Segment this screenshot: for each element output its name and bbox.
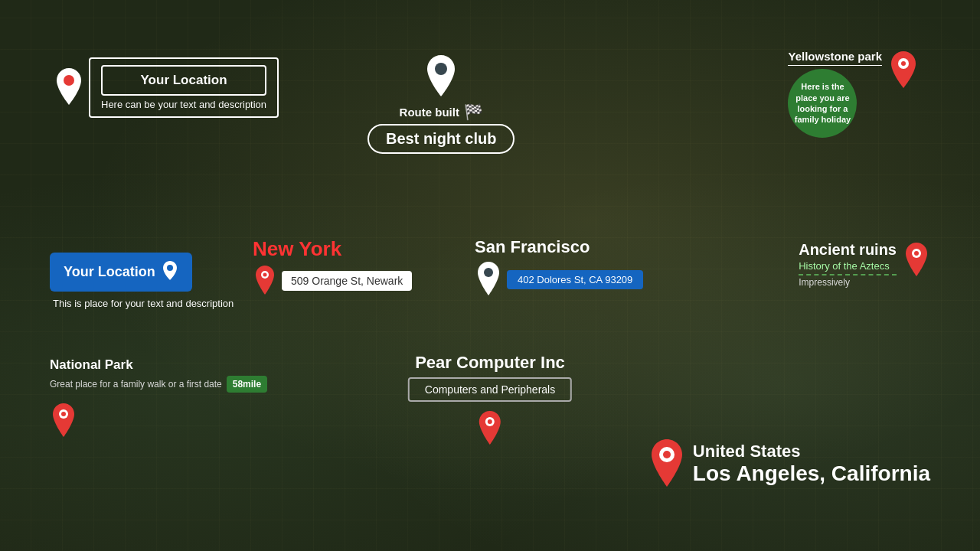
your-location-top-desc: Here can be your text and description bbox=[101, 99, 266, 110]
svg-point-6 bbox=[263, 273, 267, 277]
svg-point-1 bbox=[435, 63, 447, 75]
svg-point-11 bbox=[61, 412, 66, 416]
pin-icon-pear bbox=[476, 409, 504, 448]
route-built-label: Route built 🏁 bbox=[400, 103, 483, 121]
nightclub-badge: Best night club bbox=[368, 124, 514, 154]
route-icon: 🏁 bbox=[464, 103, 483, 121]
san-francisco-address: 402 Dolores St, CA 93209 bbox=[507, 270, 643, 289]
ancient-sub2: Impressively bbox=[799, 277, 897, 288]
svg-point-4 bbox=[167, 265, 173, 271]
yellowstone-circle: Here is the place you are looking for a … bbox=[788, 69, 857, 138]
svg-point-7 bbox=[484, 268, 493, 277]
la-info: United States Los Angeles, California bbox=[693, 442, 930, 486]
new-york-marker: New York 509 Orange St, Newark bbox=[253, 237, 412, 298]
your-location-top-box: Your Location Here can be your text and … bbox=[89, 57, 279, 118]
location-pin-icon-mid bbox=[162, 260, 178, 284]
your-location-top-title: Your Location bbox=[101, 65, 266, 96]
svg-point-13 bbox=[488, 419, 492, 424]
nightclub-marker: Route built 🏁 Best night club bbox=[368, 54, 514, 154]
ancient-title: Ancient ruins bbox=[799, 241, 897, 259]
your-location-mid-btn[interactable]: Your Location bbox=[50, 253, 192, 292]
route-built-text: Route built bbox=[400, 106, 459, 119]
your-location-mid-label: Your Location bbox=[64, 264, 155, 280]
svg-point-3 bbox=[901, 61, 906, 66]
svg-point-0 bbox=[64, 75, 74, 86]
national-park-title: National Park bbox=[50, 357, 133, 373]
yellowstone-info: Yellowstone park Here is the place you a… bbox=[788, 50, 882, 138]
pin-icon-la bbox=[647, 438, 687, 490]
los-angeles-marker: United States Los Angeles, California bbox=[647, 438, 930, 490]
yellowstone-marker: Yellowstone park Here is the place you a… bbox=[788, 50, 919, 138]
san-francisco-title: San Francisco bbox=[475, 237, 590, 257]
your-location-mid-marker: Your Location This is place for your tex… bbox=[50, 253, 234, 311]
san-francisco-marker: San Francisco 402 Dolores St, CA 93209 bbox=[475, 237, 643, 298]
pin-icon-nightclub bbox=[424, 54, 458, 99]
national-park-distance: 58mile bbox=[227, 376, 267, 393]
your-location-mid-desc: This is place for your text and descript… bbox=[53, 296, 234, 311]
national-park-desc-row: Great place for a family walk or a first… bbox=[50, 376, 267, 393]
yellowstone-desc: Here is the place you are looking for a … bbox=[794, 81, 851, 125]
pin-icon-sf bbox=[475, 260, 502, 298]
ancient-info: Ancient ruins History of the Aztecs Impr… bbox=[799, 241, 897, 288]
new-york-address: 509 Orange St, Newark bbox=[282, 271, 412, 291]
ancient-ruins-marker: Ancient ruins History of the Aztecs Impr… bbox=[799, 241, 930, 288]
pear-computer-title: Pear Computer Inc bbox=[415, 353, 565, 373]
svg-point-15 bbox=[663, 451, 671, 458]
pear-computer-marker: Pear Computer Inc Computers and Peripher… bbox=[408, 353, 572, 448]
pin-icon-newyork bbox=[253, 264, 277, 298]
pin-icon-top-left bbox=[54, 67, 84, 109]
svg-point-9 bbox=[914, 251, 919, 256]
national-park-marker: National Park Great place for a family w… bbox=[50, 357, 267, 440]
pin-icon-national bbox=[50, 402, 77, 440]
yellowstone-title: Yellowstone park bbox=[788, 50, 882, 66]
la-city: Los Angeles, California bbox=[693, 461, 930, 486]
ancient-subtitle: History of the Aztecs bbox=[799, 260, 897, 276]
pin-icon-ancient bbox=[903, 241, 930, 279]
national-park-desc: Great place for a family walk or a first… bbox=[50, 378, 222, 391]
your-location-top-marker: Your Location Here can be your text and … bbox=[54, 57, 279, 118]
new-york-title: New York bbox=[253, 237, 341, 261]
pin-icon-yellowstone bbox=[888, 50, 919, 91]
la-country: United States bbox=[693, 442, 930, 461]
pear-computer-desc: Computers and Peripherals bbox=[408, 377, 572, 402]
